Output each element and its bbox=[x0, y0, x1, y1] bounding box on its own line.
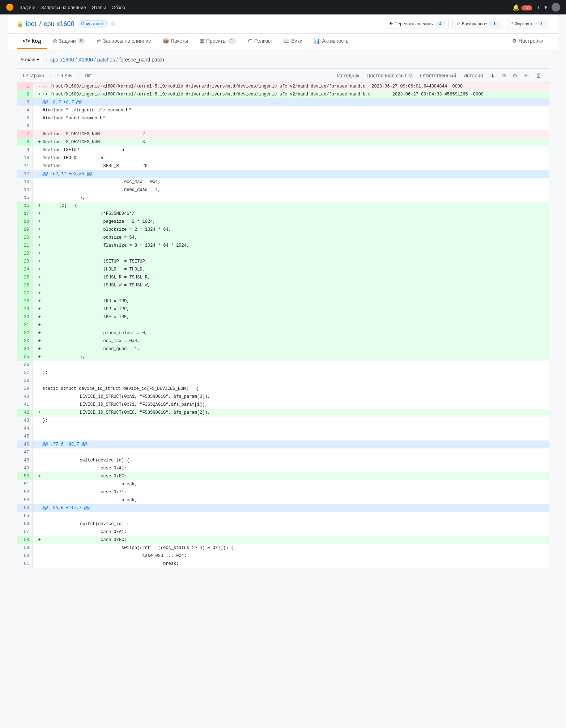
diff-line: 32+ .plane_select = 0, bbox=[17, 329, 549, 337]
tab-packages-label: Пакеты bbox=[171, 38, 188, 44]
diff-prefix: + bbox=[38, 250, 43, 257]
history-button[interactable]: История bbox=[461, 72, 485, 79]
fork-button[interactable]: ⑂ Форкнуть 0 bbox=[507, 19, 549, 29]
file-size: 1.4 KiB bbox=[57, 73, 72, 78]
diff-line: 23+ .tSETUP = TSETUP, bbox=[17, 257, 549, 265]
nav-overview[interactable]: Обзор bbox=[112, 5, 125, 10]
repo-owner-link[interactable]: ioot bbox=[26, 20, 37, 28]
tab-issues[interactable]: ◎ Задачи 5 bbox=[47, 34, 91, 49]
diff-line: 28+ .tRD = TRD, bbox=[17, 297, 549, 305]
nav-pull-requests[interactable]: Запросы на слияние bbox=[41, 5, 86, 10]
line-number: 37 bbox=[17, 369, 33, 377]
repo-name-link[interactable]: cpu-x1600 bbox=[44, 20, 75, 28]
tab-projects[interactable]: ▦ Проекты 1 bbox=[194, 34, 242, 49]
download-icon[interactable]: ⬇ bbox=[488, 72, 497, 79]
line-content: + .tRD = TRD, bbox=[33, 297, 549, 305]
diff-link[interactable]: Diff bbox=[85, 73, 92, 78]
line-number: 18 bbox=[17, 218, 33, 226]
diff-prefix bbox=[38, 433, 43, 440]
title-separator: / bbox=[39, 20, 41, 28]
line-number: 19 bbox=[17, 226, 33, 234]
breadcrumb-dir2[interactable]: patches bbox=[97, 57, 115, 63]
site-logo[interactable]: 🟠 bbox=[6, 3, 14, 11]
diff-prefix bbox=[38, 178, 43, 186]
notification-icon[interactable]: 🔔 533 bbox=[512, 4, 532, 11]
delete-icon[interactable]: 🗑 bbox=[534, 72, 543, 79]
diff-line: 21+ .flashsize = 8 * 1024 * 64 * 1024, bbox=[17, 242, 549, 250]
chevron-icon[interactable]: ▾ bbox=[544, 4, 547, 11]
edit-icon[interactable]: ✏ bbox=[522, 72, 531, 79]
diff-prefix bbox=[38, 417, 43, 424]
diff-line: 3@@ -8,7 +8,7 @@ bbox=[17, 98, 549, 106]
line-number: 41 bbox=[17, 401, 33, 409]
line-content: static struct device_id_struct device_id… bbox=[33, 385, 549, 393]
code-icon: </> bbox=[23, 38, 30, 44]
tab-pulls[interactable]: ⇄ Запросы на слияние bbox=[91, 34, 157, 49]
line-content: .ecc_max = 0x1, bbox=[33, 178, 549, 186]
line-number: 17 bbox=[17, 210, 33, 218]
repo-actions: 👁 Перестать следить 4 ☆ В избранное 1 ⑂ … bbox=[385, 19, 549, 29]
tab-code-label: Код bbox=[32, 38, 41, 44]
plus-icon[interactable]: + bbox=[537, 4, 540, 10]
copy-icon[interactable]: ⧉ bbox=[500, 72, 508, 79]
breadcrumb-sep-1: / bbox=[75, 57, 77, 63]
line-content: @@ -77,6 +98,7 @@ bbox=[33, 440, 549, 448]
diff-line: 39 static struct device_id_struct device… bbox=[17, 385, 549, 393]
star-button[interactable]: ☆ В избранное 1 bbox=[452, 19, 503, 29]
tab-wiki[interactable]: 📖 Вики bbox=[277, 34, 308, 49]
breadcrumb-dir1[interactable]: X1600 bbox=[78, 57, 93, 63]
line-number: 29 bbox=[17, 305, 33, 313]
file-actions: Исходник Постоянная ссылка Ответственный… bbox=[335, 72, 543, 79]
line-content: }; bbox=[33, 369, 549, 377]
nav-tasks[interactable]: Задачи bbox=[20, 5, 35, 10]
rss-file-icon[interactable]: ⊕ bbox=[511, 72, 519, 79]
line-number: 36 bbox=[17, 361, 33, 369]
line-content: }, bbox=[33, 194, 549, 202]
tab-packages[interactable]: 📦 Пакеты bbox=[157, 34, 194, 49]
diff-prefix: + bbox=[38, 322, 43, 329]
diff-prefix: + bbox=[38, 314, 43, 321]
branch-selector[interactable]: ⑂ main ▾ bbox=[17, 55, 43, 64]
source-button[interactable]: Исходник bbox=[335, 72, 361, 79]
issues-icon: ◎ bbox=[53, 38, 57, 44]
diff-prefix: + bbox=[38, 218, 43, 225]
diff-line: 61 break; bbox=[17, 560, 549, 568]
line-number: 31 bbox=[17, 321, 33, 329]
line-content: + [2] = { bbox=[33, 202, 549, 210]
tab-code[interactable]: </> Код bbox=[17, 34, 47, 49]
tab-settings[interactable]: ⚙ Настройки bbox=[506, 34, 549, 49]
diff-line: 8+#define FS_DEVICES_NUM 3 bbox=[17, 138, 549, 146]
line-number: 48 bbox=[17, 456, 33, 464]
diff-line: 46@@ -77,6 +98,7 @@ bbox=[17, 440, 549, 448]
tab-wiki-label: Вики bbox=[291, 38, 302, 44]
line-number: 50 bbox=[17, 472, 33, 480]
fork-icon: ⑂ bbox=[511, 21, 513, 26]
line-number: 57 bbox=[17, 528, 33, 536]
diff-prefix bbox=[38, 361, 43, 369]
line-content: case 0xA1: bbox=[33, 464, 549, 472]
tab-activity[interactable]: 📊 Активность bbox=[308, 34, 354, 49]
diff-line: 12@@ -62,12 +62,33 @@ bbox=[17, 170, 549, 178]
permalink-button[interactable]: Постоянная ссылка bbox=[365, 72, 415, 79]
file-header: 62 строки | 1.4 KiB | Diff Исходник Пост… bbox=[17, 68, 549, 82]
watch-button[interactable]: 👁 Перестать следить 4 bbox=[385, 19, 449, 29]
diff-prefix: + bbox=[38, 345, 43, 353]
rss-icon[interactable]: ⊕ bbox=[111, 21, 115, 27]
blame-button[interactable]: Ответственный bbox=[418, 72, 458, 79]
notif-badge: 533 bbox=[521, 5, 532, 10]
line-number: 59 bbox=[17, 544, 33, 552]
nav-milestones[interactable]: Этапы bbox=[92, 5, 106, 10]
diff-prefix bbox=[38, 465, 43, 472]
diff-prefix: + bbox=[38, 202, 43, 209]
breadcrumb-sep-3: / bbox=[116, 57, 118, 63]
line-number: 49 bbox=[17, 464, 33, 472]
diff-line: 25+ .tSHSL_R = TSHSL_R, bbox=[17, 273, 549, 281]
line-content: + .tSETUP = TSETUP, bbox=[33, 257, 549, 265]
breadcrumb-owner[interactable]: cpu-x1600 bbox=[50, 57, 74, 63]
diff-prefix bbox=[38, 162, 43, 170]
user-avatar[interactable] bbox=[552, 3, 560, 12]
diff-prefix: + bbox=[38, 473, 43, 480]
tab-releases[interactable]: 🏷 Релизы bbox=[242, 34, 278, 49]
line-content: + .tBE = TBE, bbox=[33, 313, 549, 321]
issues-count: 5 bbox=[78, 38, 85, 44]
